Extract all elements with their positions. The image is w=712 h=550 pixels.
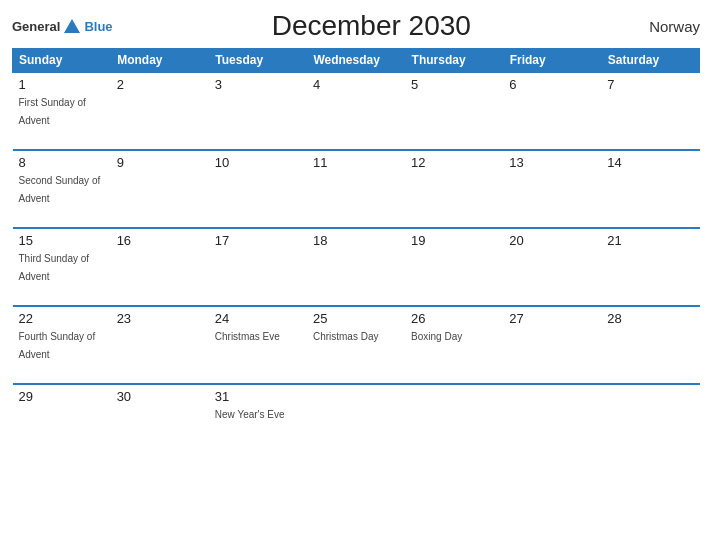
day-number: 12: [411, 155, 497, 170]
calendar-cell: [405, 384, 503, 462]
calendar-cell: 27: [503, 306, 601, 384]
calendar-week-row: 1First Sunday of Advent234567: [13, 72, 700, 150]
country-label: Norway: [630, 18, 700, 35]
day-number: 18: [313, 233, 399, 248]
calendar-cell: [601, 384, 699, 462]
calendar-cell: 25Christmas Day: [307, 306, 405, 384]
calendar-cell: 19: [405, 228, 503, 306]
calendar-week-row: 22Fourth Sunday of Advent2324Christmas E…: [13, 306, 700, 384]
day-number: 23: [117, 311, 203, 326]
day-event: Third Sunday of Advent: [19, 253, 90, 282]
day-number: 24: [215, 311, 301, 326]
day-event: New Year's Eve: [215, 409, 285, 420]
day-number: 13: [509, 155, 595, 170]
day-event: First Sunday of Advent: [19, 97, 86, 126]
calendar-cell: 10: [209, 150, 307, 228]
calendar-page: General Blue December 2030 Norway Sunday…: [0, 0, 712, 550]
day-event: Fourth Sunday of Advent: [19, 331, 96, 360]
day-number: 17: [215, 233, 301, 248]
logo: General Blue: [12, 17, 113, 35]
day-event: Christmas Day: [313, 331, 379, 342]
day-number: 28: [607, 311, 693, 326]
calendar-cell: 22Fourth Sunday of Advent: [13, 306, 111, 384]
page-title: December 2030: [113, 10, 630, 42]
day-event: Boxing Day: [411, 331, 462, 342]
day-number: 30: [117, 389, 203, 404]
logo-triangle-icon: [64, 19, 80, 33]
calendar-cell: 3: [209, 72, 307, 150]
calendar-cell: 11: [307, 150, 405, 228]
day-number: 7: [607, 77, 693, 92]
calendar-cell: [503, 384, 601, 462]
col-wednesday: Wednesday: [307, 49, 405, 73]
day-number: 21: [607, 233, 693, 248]
day-number: 9: [117, 155, 203, 170]
day-number: 10: [215, 155, 301, 170]
day-number: 31: [215, 389, 301, 404]
calendar-cell: 26Boxing Day: [405, 306, 503, 384]
calendar-cell: 4: [307, 72, 405, 150]
day-event: Second Sunday of Advent: [19, 175, 101, 204]
calendar-cell: 1First Sunday of Advent: [13, 72, 111, 150]
calendar-cell: 18: [307, 228, 405, 306]
day-number: 2: [117, 77, 203, 92]
calendar-cell: 5: [405, 72, 503, 150]
logo-blue-text: Blue: [84, 19, 112, 34]
day-number: 4: [313, 77, 399, 92]
col-thursday: Thursday: [405, 49, 503, 73]
day-number: 1: [19, 77, 105, 92]
day-number: 16: [117, 233, 203, 248]
day-number: 15: [19, 233, 105, 248]
col-sunday: Sunday: [13, 49, 111, 73]
col-saturday: Saturday: [601, 49, 699, 73]
calendar-cell: 9: [111, 150, 209, 228]
calendar-week-row: 8Second Sunday of Advent91011121314: [13, 150, 700, 228]
day-number: 14: [607, 155, 693, 170]
day-number: 11: [313, 155, 399, 170]
calendar-cell: 17: [209, 228, 307, 306]
day-number: 19: [411, 233, 497, 248]
calendar-cell: 8Second Sunday of Advent: [13, 150, 111, 228]
calendar-cell: 31New Year's Eve: [209, 384, 307, 462]
calendar-cell: 13: [503, 150, 601, 228]
calendar-table: Sunday Monday Tuesday Wednesday Thursday…: [12, 48, 700, 462]
calendar-week-row: 15Third Sunday of Advent161718192021: [13, 228, 700, 306]
col-friday: Friday: [503, 49, 601, 73]
calendar-cell: 15Third Sunday of Advent: [13, 228, 111, 306]
day-number: 3: [215, 77, 301, 92]
calendar-cell: 7: [601, 72, 699, 150]
calendar-cell: 28: [601, 306, 699, 384]
day-number: 8: [19, 155, 105, 170]
calendar-cell: 21: [601, 228, 699, 306]
calendar-cell: [307, 384, 405, 462]
day-number: 22: [19, 311, 105, 326]
calendar-cell: 30: [111, 384, 209, 462]
calendar-header-row: Sunday Monday Tuesday Wednesday Thursday…: [13, 49, 700, 73]
calendar-cell: 14: [601, 150, 699, 228]
day-number: 25: [313, 311, 399, 326]
calendar-cell: 24Christmas Eve: [209, 306, 307, 384]
calendar-week-row: 293031New Year's Eve: [13, 384, 700, 462]
calendar-cell: 2: [111, 72, 209, 150]
col-monday: Monday: [111, 49, 209, 73]
day-number: 5: [411, 77, 497, 92]
calendar-cell: 12: [405, 150, 503, 228]
day-number: 27: [509, 311, 595, 326]
calendar-cell: 6: [503, 72, 601, 150]
calendar-cell: 23: [111, 306, 209, 384]
day-number: 20: [509, 233, 595, 248]
logo-general-text: General: [12, 19, 60, 34]
calendar-cell: 20: [503, 228, 601, 306]
calendar-cell: 29: [13, 384, 111, 462]
day-event: Christmas Eve: [215, 331, 280, 342]
calendar-cell: 16: [111, 228, 209, 306]
day-number: 29: [19, 389, 105, 404]
header: General Blue December 2030 Norway: [12, 10, 700, 42]
day-number: 6: [509, 77, 595, 92]
day-number: 26: [411, 311, 497, 326]
col-tuesday: Tuesday: [209, 49, 307, 73]
